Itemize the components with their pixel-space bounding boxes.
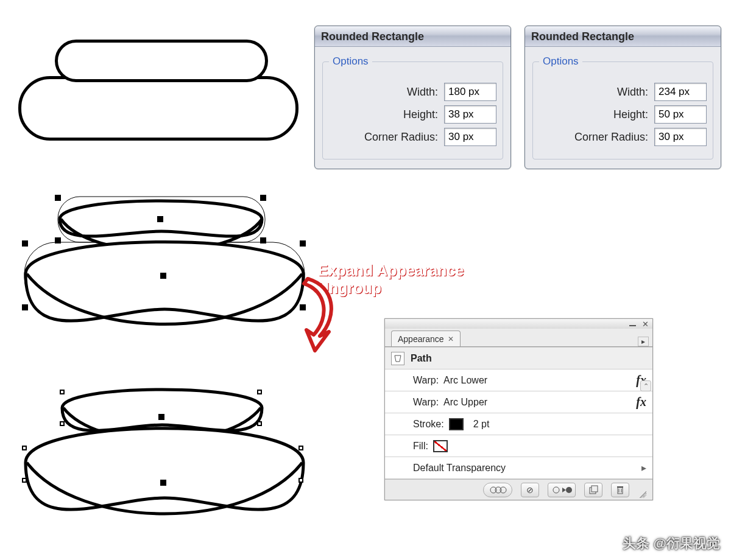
stroke-swatch-icon[interactable]	[449, 418, 464, 430]
dialog-title: Rounded Rectangle	[525, 26, 721, 47]
panel-menu-icon[interactable]: ▸	[638, 337, 649, 346]
illustration-warped-expanded	[18, 377, 335, 544]
minimize-icon[interactable]	[629, 325, 636, 326]
rounded-rectangle-dialog-2: Rounded Rectangle Options Width: Height:…	[524, 26, 721, 169]
options-legend: Options	[539, 55, 582, 68]
scroll-up-icon[interactable]: ⌃	[640, 380, 651, 391]
width-label: Width:	[539, 86, 648, 99]
options-legend: Options	[329, 55, 372, 68]
path-thumbnail-icon	[391, 352, 404, 365]
svg-rect-9	[592, 486, 598, 492]
tab-label: Appearance	[398, 331, 444, 347]
delete-item-button[interactable]	[611, 483, 629, 497]
height-label: Height:	[329, 108, 438, 121]
options-fieldset: Options Width: Height: Corner Radius:	[322, 55, 503, 159]
width-input[interactable]	[654, 83, 707, 101]
rounded-rect-large	[18, 76, 298, 141]
resize-grip-icon[interactable]	[638, 489, 646, 498]
corner-radius-label: Corner Radius:	[329, 131, 438, 144]
corner-radius-input[interactable]	[654, 128, 707, 146]
close-icon[interactable]: ✕	[642, 320, 649, 329]
appearance-row-transparency[interactable]: Default Transparency ▸	[385, 457, 652, 479]
new-art-basic-button[interactable]	[483, 483, 512, 497]
fx-icon[interactable]: fx	[636, 395, 646, 409]
appearance-row-warp-lower[interactable]: Warp: Arc Lower fx	[385, 369, 652, 391]
options-fieldset: Options Width: Height: Corner Radius:	[532, 55, 713, 159]
appearance-row-warp-upper[interactable]: Warp: Arc Upper fx	[385, 391, 652, 413]
watermark: 头条 @衍果视觉	[623, 534, 720, 553]
height-input[interactable]	[654, 105, 707, 124]
height-label: Height:	[539, 108, 648, 121]
width-label: Width:	[329, 86, 438, 99]
corner-radius-label: Corner Radius:	[539, 131, 648, 144]
appearance-row-fill[interactable]: Fill:	[385, 435, 652, 457]
height-input[interactable]	[444, 105, 496, 124]
appearance-target-row[interactable]: Path	[385, 348, 652, 369]
target-label: Path	[411, 353, 432, 364]
chevron-right-icon: ▸	[641, 462, 646, 474]
tab-close-icon[interactable]: ✕	[448, 331, 454, 347]
svg-rect-11	[617, 486, 623, 488]
svg-point-5	[553, 487, 559, 493]
tab-appearance[interactable]: Appearance ✕	[391, 331, 461, 346]
clear-appearance-button[interactable]: ⊘	[521, 483, 539, 497]
svg-marker-6	[562, 488, 566, 492]
svg-point-7	[566, 487, 572, 493]
width-input[interactable]	[444, 83, 496, 101]
rounded-rect-small	[55, 40, 268, 82]
appearance-panel: ✕ Appearance ✕ ▸ ⌃ Path Warp: Arc Lower …	[384, 318, 653, 500]
arrow-icon	[277, 274, 350, 353]
appearance-row-stroke[interactable]: Stroke: 2 pt	[385, 413, 652, 435]
fill-swatch-icon[interactable]	[433, 440, 448, 452]
svg-rect-10	[618, 488, 623, 494]
rounded-rectangle-dialog-1: Rounded Rectangle Options Width: Height:…	[314, 26, 511, 169]
duplicate-item-button[interactable]	[584, 483, 602, 497]
dialog-title: Rounded Rectangle	[315, 26, 510, 47]
reduce-basic-button[interactable]	[548, 483, 576, 497]
corner-radius-input[interactable]	[444, 128, 496, 146]
